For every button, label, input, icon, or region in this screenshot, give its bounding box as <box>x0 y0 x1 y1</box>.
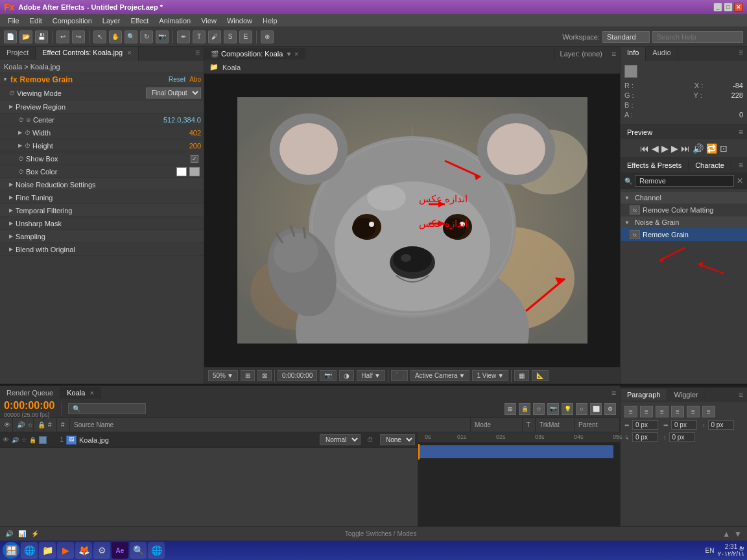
redo-icon[interactable]: ↪ <box>72 30 85 43</box>
section-noise-grain[interactable]: ▼ Noise & Grain <box>621 216 747 228</box>
tl-adj-icon[interactable]: ⚙ <box>604 403 616 415</box>
channel-icon[interactable]: ⬛ <box>391 370 408 381</box>
indent-left-input[interactable] <box>632 420 658 430</box>
close-button[interactable]: ✕ <box>734 3 743 12</box>
tl-camera-icon[interactable]: 📷 <box>547 403 559 415</box>
settings-icon[interactable]: ⚙ <box>93 542 110 559</box>
noise-triangle-icon[interactable]: ▼ <box>624 220 630 226</box>
comp-tab-close[interactable]: × <box>294 51 298 58</box>
layer-row-1[interactable]: 👁 🔊 ☆ 🔒 1 🖼 Koala.jpg Normal <box>0 432 418 448</box>
fit-comp-button[interactable]: ⊞ <box>241 370 255 381</box>
ie-icon[interactable]: 🌐 <box>21 542 38 559</box>
workspace-select[interactable]: Standard <box>602 31 650 43</box>
tl-null-icon[interactable]: ○ <box>576 403 587 415</box>
comp-menu-button[interactable]: ≡ <box>608 48 620 60</box>
menu-edit[interactable]: Edit <box>25 16 47 26</box>
noise-reduction-triangle[interactable]: ▶ <box>9 181 13 187</box>
koala-tab-close[interactable]: × <box>89 389 93 397</box>
brush-icon[interactable]: 🖌 <box>208 30 221 43</box>
space-after-input[interactable] <box>669 432 695 442</box>
sampling-triangle[interactable]: ▶ <box>9 233 13 239</box>
tl-light-icon[interactable]: 💡 <box>562 403 573 415</box>
box-color-white-swatch[interactable] <box>176 167 187 176</box>
align-justify-button[interactable]: ≡ <box>671 406 684 417</box>
zoom-dropdown-icon[interactable]: ▼ <box>227 372 233 379</box>
layer-trkmat-select[interactable]: None <box>380 434 415 445</box>
browser2-icon[interactable]: 🌐 <box>148 542 165 559</box>
height-value[interactable]: 200 <box>189 142 201 150</box>
select-icon[interactable]: ↖ <box>93 30 106 43</box>
play-button[interactable]: ▶ <box>661 143 669 154</box>
zoom-icon[interactable]: 🔍 <box>124 30 137 43</box>
stopwatch-showbox-icon[interactable]: ⏱ <box>18 156 24 162</box>
comp-tab-dropdown[interactable]: ▼ <box>285 51 292 58</box>
tab-render-queue[interactable]: Render Queue <box>0 387 60 399</box>
stopwatch-height-icon[interactable]: ⏱ <box>25 143 30 149</box>
layer-1-bar[interactable] <box>418 445 613 458</box>
status-icon1[interactable]: 🔊 <box>5 530 13 537</box>
stopwatch-viewing-icon[interactable]: ⏱ <box>9 90 15 97</box>
hand-icon[interactable]: ✋ <box>109 30 122 43</box>
layer-audio-icon[interactable]: 🔊 <box>12 437 19 443</box>
clone-icon[interactable]: S <box>224 30 237 43</box>
status-icon2[interactable]: 📊 <box>18 530 26 537</box>
panel-menu-button[interactable]: ≡ <box>191 47 204 61</box>
tl-menu-button[interactable]: ≡ <box>608 387 620 399</box>
box-color-gray-swatch[interactable] <box>189 167 200 176</box>
tab-audio[interactable]: Audio <box>646 47 678 61</box>
status-arrow-up[interactable]: ▲ <box>722 530 730 539</box>
minimize-button[interactable]: _ <box>713 3 722 12</box>
layer-solo-icon[interactable]: ☆ <box>21 437 27 443</box>
tl-layer-icon[interactable]: 🔒 <box>519 403 530 415</box>
cam-icon[interactable]: 📷 <box>156 30 169 43</box>
preview-region-triangle[interactable]: ▶ <box>9 104 13 110</box>
eraser-icon[interactable]: E <box>239 30 252 43</box>
temporal-filtering-triangle[interactable]: ▶ <box>9 207 13 213</box>
preview-menu-button[interactable]: ≡ <box>735 126 747 138</box>
next-frame-button[interactable]: ▶ <box>671 143 678 154</box>
quality-control[interactable]: Half ▼ <box>357 370 385 381</box>
layer-mode-select[interactable]: Normal <box>320 434 361 445</box>
rotate-icon[interactable]: ↻ <box>140 30 153 43</box>
effect-remove-grain[interactable]: fx Remove Grain <box>621 228 747 241</box>
height-triangle[interactable]: ▶ <box>18 143 22 148</box>
stopwatch-boxcolor-icon[interactable]: ⏱ <box>18 169 24 175</box>
menu-composition[interactable]: Composition <box>47 16 97 26</box>
menu-layer[interactable]: Layer <box>97 16 126 26</box>
tl-search-input[interactable] <box>68 403 146 414</box>
align-justify-all-button[interactable]: ≡ <box>702 406 715 417</box>
reset-button[interactable]: Reset <box>169 76 185 83</box>
mediaplayer-icon[interactable]: ▶ <box>57 542 74 559</box>
ruler-icon[interactable]: 📐 <box>532 370 549 381</box>
menu-animation[interactable]: Animation <box>154 16 196 26</box>
tab-paragraph[interactable]: Paragraph <box>621 389 667 401</box>
layer-eye-icon[interactable]: 👁 <box>3 436 9 443</box>
menu-window[interactable]: Window <box>222 16 257 26</box>
unsharp-mask-triangle[interactable]: ▶ <box>9 220 13 226</box>
tab-close-icon[interactable]: × <box>127 49 131 56</box>
output-button[interactable]: ⊡ <box>720 143 728 154</box>
width-value[interactable]: 402 <box>189 129 201 137</box>
tl-shape-icon[interactable]: ⬜ <box>590 403 602 415</box>
prev-frame-button[interactable]: ◀ <box>652 143 659 154</box>
tab-project[interactable]: Project <box>0 47 36 61</box>
open-icon[interactable]: 📂 <box>19 30 32 43</box>
effect-remove-color-matting[interactable]: fx Remove Color Matting <box>621 204 747 216</box>
layer-lock-icon[interactable]: 🔒 <box>29 437 36 443</box>
maximize-button[interactable]: □ <box>724 3 733 12</box>
align-justify-right-button[interactable]: ≡ <box>687 406 700 417</box>
view-count-control[interactable]: 1 View ▼ <box>472 370 508 381</box>
start-button[interactable]: 🪟 <box>3 542 19 559</box>
aftereffects-icon[interactable]: Ae <box>112 542 128 559</box>
abo-button[interactable]: Abo <box>189 76 201 83</box>
tab-preview[interactable]: Preview <box>621 126 659 138</box>
width-triangle[interactable]: ▶ <box>18 130 22 135</box>
pen-icon[interactable]: ✒ <box>177 30 190 43</box>
color-preview-swatch[interactable] <box>624 65 637 78</box>
align-left-button[interactable]: ≡ <box>624 406 637 417</box>
skip-end-button[interactable]: ⏭ <box>681 143 690 154</box>
collapse-triangle[interactable]: ▼ <box>3 76 8 82</box>
para-menu-button[interactable]: ≡ <box>735 389 747 401</box>
tl-comp-marker-icon[interactable]: ⊞ <box>504 403 516 415</box>
stopwatch-center-icon[interactable]: ⏱ <box>18 117 24 123</box>
